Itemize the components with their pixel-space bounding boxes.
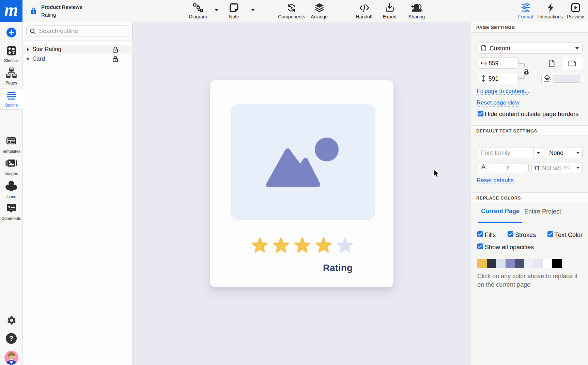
svg-text:T: T	[12, 50, 15, 54]
svg-text:T: T	[537, 165, 540, 170]
svg-text:?: ?	[9, 334, 14, 342]
